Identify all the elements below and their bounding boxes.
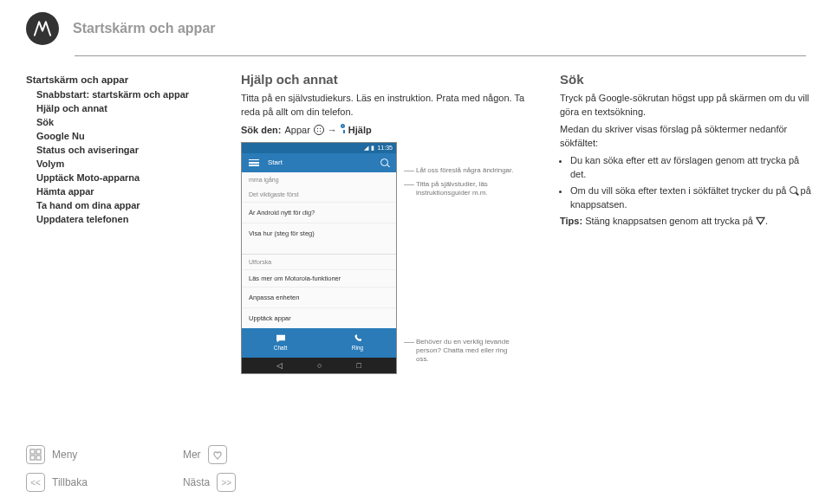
hamburger-icon[interactable]	[249, 159, 259, 166]
nav-back-icon[interactable]: ◁	[276, 361, 283, 370]
nav-recent-icon[interactable]: □	[357, 361, 361, 370]
phone-callouts: Låt oss föreslå några ändringar. Titta p…	[404, 142, 517, 374]
ring-label: Ring	[352, 345, 363, 351]
appbar-title: Start	[268, 158, 283, 166]
bullet-2: Om du vill söka efter texten i sökfältet…	[570, 184, 816, 212]
phone-icon	[353, 334, 363, 343]
menu-icon[interactable]	[26, 445, 45, 464]
page-title: Startskärm och appar	[73, 21, 216, 36]
action-chat[interactable]: Chatt	[242, 328, 319, 358]
middle-heading: Hjälp och annat	[241, 72, 544, 87]
phone-time: 11:35	[377, 145, 393, 151]
right-p1: Tryck på Google-sökrutan högst upp på sk…	[560, 92, 816, 120]
sidebar-item-tahand[interactable]: Ta hand om dina appar	[26, 198, 225, 212]
phone-statusbar: ◢ ▮ 11:35	[242, 143, 396, 153]
path-hjalp: Hjälp	[348, 125, 372, 135]
sidebar-item-moto[interactable]: Upptäck Moto-apparna	[26, 171, 225, 184]
callout-2: Titta på självstudier, läs instruktionsg…	[416, 180, 517, 197]
bullet-1: Du kan söka efter ett av förslagen genom…	[570, 154, 816, 182]
heart-icon[interactable]	[208, 445, 227, 464]
footer-tillbaka[interactable]: Tillbaka	[52, 476, 88, 488]
search-icon[interactable]	[380, 158, 389, 167]
phone-row-motorola[interactable]: Läs mer om Motorola-funktioner	[242, 269, 396, 287]
sidebar-heading[interactable]: Startskärm och appar	[26, 72, 225, 87]
arrow-right-icon: →	[328, 125, 337, 135]
svg-rect-3	[36, 456, 41, 460]
phone-row-small1: mma igång	[242, 172, 396, 187]
navigation-path: Sök den: Appar → Hjälp	[241, 125, 544, 135]
sidebar-item-hamta[interactable]: Hämta appar	[26, 184, 225, 198]
sidebar-item-snabbstart[interactable]: Snabbstart: startskärm och appar	[26, 87, 225, 101]
phone-navbar: ◁ ○ □	[242, 358, 396, 373]
motorola-logo	[26, 12, 59, 45]
callout-3: Behöver du en verklig levande person? Ch…	[416, 338, 517, 364]
phone-row-small2: Det viktigaste först	[242, 187, 396, 202]
sidebar-item-status[interactable]: Status och aviseringar	[26, 143, 225, 157]
tips-label: Tips:	[560, 216, 582, 226]
apps-icon	[314, 125, 324, 135]
phone-bottom-actions: Chatt Ring	[242, 328, 396, 358]
tips-line: Tips: Stäng knappsatsen genom att trycka…	[560, 215, 816, 229]
path-appar: Appar	[284, 125, 309, 135]
back-icon[interactable]: <<	[26, 473, 45, 492]
search-inline-icon	[790, 186, 798, 195]
sidebar-item-googlenu[interactable]: Google Nu	[26, 129, 225, 143]
sidebar-item-uppdatera[interactable]: Uppdatera telefonen	[26, 212, 225, 226]
next-icon[interactable]: >>	[217, 473, 236, 492]
right-heading: Sök	[560, 72, 816, 87]
phone-row-visa[interactable]: Visa hur (steg för steg)	[242, 223, 396, 243]
phone-appbar: Start	[242, 153, 396, 172]
sidebar-item-hjalp[interactable]: Hjälp och annat	[26, 101, 225, 115]
help-icon	[341, 124, 345, 128]
phone-section-utforska: Utforska	[242, 254, 396, 269]
chat-icon	[276, 334, 286, 343]
down-triangle-icon	[756, 216, 765, 229]
footer-nav: Meny << Tillbaka Mer Nästa >>	[26, 445, 236, 492]
callout-1: Låt oss föreslå några ändringar.	[416, 166, 514, 175]
middle-paragraph: Titta på en självstudiekurs. Läs en inst…	[241, 92, 544, 120]
sidebar: Startskärm och appar Snabbstart: startsk…	[26, 72, 225, 374]
svg-rect-2	[30, 456, 35, 460]
bullet-2a: Om du vill söka efter texten i sökfältet…	[570, 185, 790, 196]
right-p2: Medan du skriver visas förslag på sökter…	[560, 123, 816, 151]
phone-row-anpassa[interactable]: Anpassa enheten	[242, 287, 396, 307]
footer-nasta[interactable]: Nästa	[183, 476, 210, 488]
footer-meny[interactable]: Meny	[52, 449, 77, 461]
signal-icon: ◢	[364, 145, 368, 152]
action-ring[interactable]: Ring	[319, 328, 396, 358]
phone-row-android[interactable]: Är Android nytt för dig?	[242, 202, 396, 223]
svg-rect-0	[30, 449, 35, 454]
phone-mockup: ◢ ▮ 11:35 Start mma igång Det viktigaste…	[241, 142, 397, 374]
phone-row-upptack[interactable]: Upptäck appar	[242, 307, 396, 328]
footer-mer[interactable]: Mer	[183, 449, 201, 461]
sokden-label: Sök den:	[241, 125, 281, 135]
chat-label: Chatt	[274, 345, 288, 351]
nav-home-icon[interactable]: ○	[317, 361, 322, 370]
sidebar-item-sok[interactable]: Sök	[26, 115, 225, 129]
tips-text: Stäng knappsatsen genom att trycka på	[582, 216, 756, 226]
battery-icon: ▮	[371, 145, 374, 152]
sidebar-item-volym[interactable]: Volym	[26, 157, 225, 171]
svg-rect-1	[36, 449, 41, 454]
